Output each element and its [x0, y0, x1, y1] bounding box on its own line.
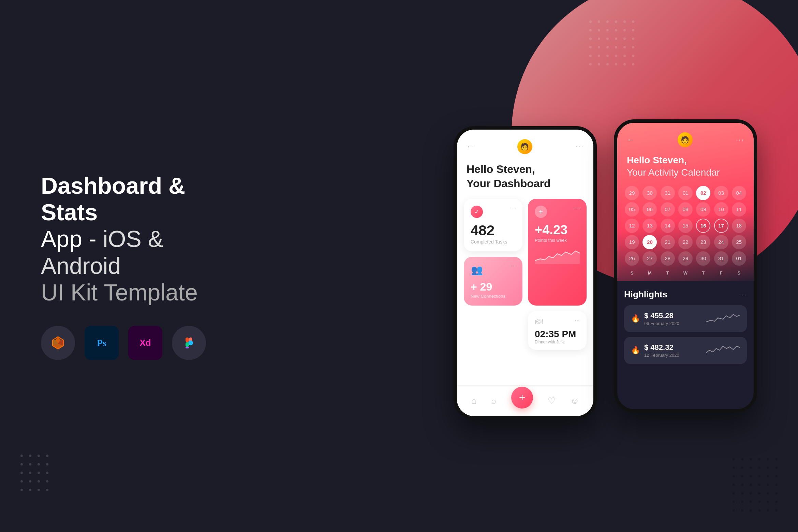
- dinner-card[interactable]: 🍽 ··· 02:35 PM Dinner with Julie: [528, 311, 587, 350]
- completed-label: Completed Tasks: [471, 239, 516, 245]
- cal-day[interactable]: 14: [661, 219, 675, 233]
- dot-pattern-bottom-right: for(let i=0;i<42;i++) document.write('<d…: [733, 458, 778, 512]
- phone2-greeting-text: Hello Steven,: [627, 155, 687, 165]
- highlight-sparkline-2: [706, 343, 740, 357]
- greeting-text: Hello Steven, Your Dashboard: [467, 162, 584, 191]
- dinner-icon: 🍽: [535, 316, 543, 326]
- back-icon[interactable]: ←: [467, 142, 474, 151]
- calendar: 29 30 31 01 02 03 04 05 06 07 08 09 10 1…: [617, 186, 754, 281]
- cal-day[interactable]: 13: [642, 219, 657, 233]
- cal-day[interactable]: 18: [732, 219, 746, 233]
- completed-tasks-card[interactable]: ✓ ··· 482 Completed Tasks: [464, 199, 522, 251]
- main-title: Dashboard & Stats App - iOS & Android UI…: [41, 172, 225, 306]
- cal-week-4: 19 20 21 22 23 24 25: [624, 235, 747, 249]
- cal-day[interactable]: 01: [732, 251, 746, 266]
- cal-day[interactable]: 05: [625, 202, 639, 217]
- card-menu-3[interactable]: ···: [510, 262, 517, 269]
- connections-label: New Connections: [471, 294, 516, 299]
- xd-icon[interactable]: Xd: [128, 326, 162, 360]
- flame-icon-2: 🔥: [631, 346, 640, 355]
- menu-dots[interactable]: ···: [576, 142, 584, 151]
- highlight-left-2: 🔥 $ 482.32 12 February 2020: [631, 343, 679, 358]
- cal-day[interactable]: 24: [714, 235, 728, 249]
- title-line3: UI Kit Template: [41, 279, 225, 305]
- highlights-menu[interactable]: ···: [739, 291, 747, 298]
- dinner-menu[interactable]: ···: [575, 316, 580, 324]
- cal-header-w: W: [678, 270, 693, 276]
- cal-week-5: 26 27 28 29 30 31 01: [624, 251, 747, 266]
- cal-header-f: F: [713, 270, 729, 276]
- photoshop-icon[interactable]: Ps: [85, 326, 119, 360]
- phone1-title: Hello Steven, Your Dashboard: [457, 158, 593, 199]
- cal-day[interactable]: 15: [678, 219, 693, 233]
- search-nav-icon[interactable]: ⌕: [491, 396, 497, 406]
- cal-day[interactable]: 31: [661, 186, 675, 200]
- completed-number: 482: [471, 223, 516, 238]
- dinner-time: 02:35 PM: [535, 329, 580, 340]
- cal-day[interactable]: 28: [661, 251, 675, 266]
- cal-day[interactable]: 07: [661, 202, 675, 217]
- phone-dashboard: ← 🧑 ··· Hello Steven, Your Dashboard ✓ ·…: [454, 126, 597, 419]
- cal-day[interactable]: 30: [642, 186, 657, 200]
- phones-area: ← 🧑 ··· Hello Steven, Your Dashboard ✓ ·…: [454, 113, 757, 419]
- cal-day[interactable]: 12: [625, 219, 639, 233]
- phone-calendar: ← 🧑 ··· Hello Steven, Your Activity Cale…: [614, 119, 757, 413]
- check-icon: ✓: [471, 206, 483, 218]
- tool-icons-row: Ps Xd: [41, 326, 225, 360]
- cal-day[interactable]: 01: [678, 186, 693, 200]
- svg-point-7: [188, 340, 193, 345]
- cal-day[interactable]: 27: [642, 251, 657, 266]
- title-line1: Dashboard & Stats: [41, 172, 225, 225]
- cal-day[interactable]: 29: [678, 251, 693, 266]
- fab-button[interactable]: +: [511, 387, 533, 409]
- cal-day[interactable]: 06: [642, 202, 657, 217]
- heart-nav-icon[interactable]: ♡: [548, 396, 556, 406]
- cal-day[interactable]: 26: [625, 251, 639, 266]
- cal-selected-17[interactable]: 17: [714, 219, 728, 233]
- highlight-card-2[interactable]: 🔥 $ 482.32 12 February 2020: [624, 337, 747, 364]
- cal-day[interactable]: 29: [625, 186, 639, 200]
- user-avatar[interactable]: 🧑: [517, 139, 532, 154]
- phone2-menu-dots[interactable]: ···: [736, 135, 744, 144]
- cal-week-3: 12 13 14 15 16 17 18: [624, 219, 747, 233]
- sketch-icon[interactable]: [41, 326, 75, 360]
- cal-day[interactable]: 03: [714, 186, 728, 200]
- card-menu-1[interactable]: ···: [510, 204, 517, 211]
- phone2-back-icon[interactable]: ←: [627, 135, 634, 144]
- cal-day[interactable]: 08: [678, 202, 693, 217]
- cal-day[interactable]: 30: [696, 251, 710, 266]
- cal-day[interactable]: 31: [714, 251, 728, 266]
- cal-day[interactable]: 22: [678, 235, 693, 249]
- bottom-nav: ⌂ ⌕ + ♡ ☺: [457, 385, 593, 416]
- cal-day[interactable]: 25: [732, 235, 746, 249]
- highlight-amount-2: $ 482.32: [644, 343, 679, 352]
- highlight-date-2: 12 February 2020: [644, 353, 679, 358]
- home-nav-icon[interactable]: ⌂: [471, 396, 476, 406]
- cal-week-1: 29 30 31 01 02 03 04: [624, 186, 747, 200]
- phone2-avatar[interactable]: 🧑: [678, 132, 693, 147]
- cal-day[interactable]: 09: [696, 202, 710, 217]
- cal-day[interactable]: 04: [732, 186, 746, 200]
- cal-day[interactable]: 19: [625, 235, 639, 249]
- profile-nav-icon[interactable]: ☺: [570, 396, 579, 406]
- greeting-line1: Hello Steven,: [467, 163, 535, 175]
- highlights-header: Highlights ···: [624, 289, 747, 300]
- highlight-card-1[interactable]: 🔥 $ 455.28 06 February 2020: [624, 305, 747, 332]
- card-menu-2[interactable]: ···: [574, 204, 581, 211]
- dot-pattern-bottom-left: for(let i=0;i<20;i++) document.write('<d…: [20, 455, 48, 491]
- cal-today[interactable]: 02: [696, 186, 710, 200]
- cal-header-s: S: [624, 270, 640, 276]
- cal-day[interactable]: 21: [661, 235, 675, 249]
- dinner-label: Dinner with Julie: [535, 340, 580, 344]
- figma-icon[interactable]: [172, 326, 206, 360]
- cal-day[interactable]: 10: [714, 202, 728, 217]
- points-card[interactable]: + ··· +4.23 Points this week: [528, 199, 587, 306]
- connections-card[interactable]: 👥 ··· + 29 New Connections: [464, 257, 522, 306]
- cal-day[interactable]: 11: [732, 202, 746, 217]
- cal-selected-20[interactable]: 20: [642, 235, 657, 249]
- svg-rect-8: [186, 342, 189, 347]
- cal-selected-16[interactable]: 16: [696, 219, 710, 233]
- highlights-title: Highlights: [624, 289, 667, 300]
- cal-day[interactable]: 23: [696, 235, 710, 249]
- cal-header-s2: S: [731, 270, 747, 276]
